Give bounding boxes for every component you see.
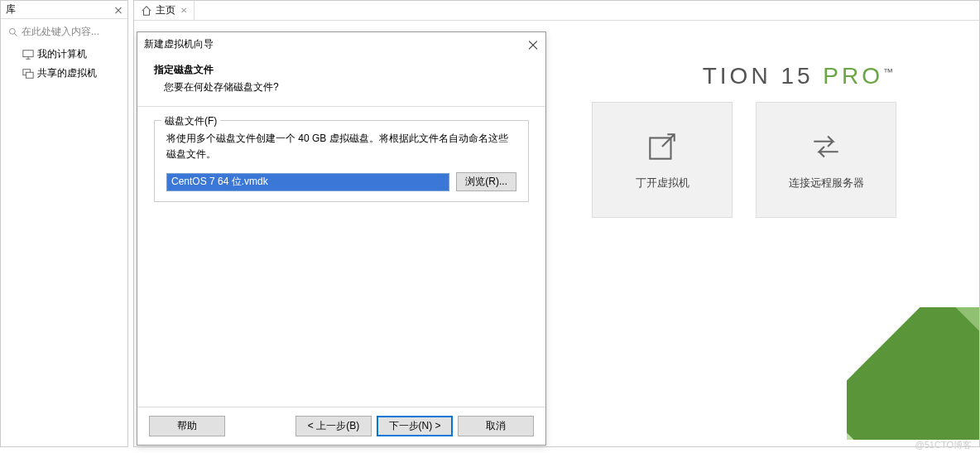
connect-icon (809, 129, 843, 164)
file-row: 浏览(R)... (166, 172, 516, 191)
tab-bar: 主页 ✕ (134, 1, 979, 21)
open-icon (645, 129, 680, 164)
fieldset-description: 将使用多个磁盘文件创建一个 40 GB 虚拟磁盘。将根据此文件名自动命名这些磁盘… (166, 131, 516, 162)
search-icon (8, 27, 18, 37)
tile-connect-remote[interactable]: 连接远程服务器 (756, 102, 896, 218)
fieldset-legend: 磁盘文件(F) (161, 114, 220, 128)
tab-label: 主页 (156, 3, 175, 17)
new-vm-wizard-dialog: 新建虚拟机向导 指定磁盘文件 您要在何处存储磁盘文件? 磁盘文件(F) 将使用多… (137, 31, 546, 446)
watermark: @51CTO博客 (915, 439, 972, 451)
action-tiles: 丁开虚拟机 连接远程服务器 (592, 102, 896, 218)
brand-suffix: TION 15 (703, 63, 824, 89)
tile-label: 连接远程服务器 (789, 176, 864, 190)
dialog-footer: 帮助 < 上一步(B) 下一步(N) > 取消 (137, 407, 545, 445)
sidebar-panel: 库 在此处键入内容... 我的计算机 共享的虚拟机 (0, 0, 128, 447)
svg-rect-2 (23, 50, 33, 56)
brand-title: TION 15 PRO™ (703, 63, 896, 89)
tile-label: 丁开虚拟机 (636, 176, 689, 190)
svg-line-1 (15, 33, 17, 36)
next-button[interactable]: 下一步(N) > (377, 416, 453, 436)
svg-point-0 (10, 28, 16, 34)
monitor-icon (22, 49, 34, 60)
close-icon[interactable] (114, 6, 122, 14)
tile-open-vm[interactable]: 丁开虚拟机 (592, 102, 733, 218)
back-button[interactable]: < 上一步(B) (295, 416, 372, 436)
browse-button[interactable]: 浏览(R)... (456, 172, 516, 191)
search-input[interactable]: 在此处键入内容... (2, 21, 126, 43)
shared-icon (22, 68, 34, 80)
tree-item-label: 我的计算机 (37, 47, 87, 61)
dialog-header: 指定磁盘文件 您要在何处存储磁盘文件? (137, 56, 545, 107)
tab-home[interactable]: 主页 ✕ (134, 1, 195, 20)
brand-pro: PRO (823, 63, 883, 89)
sidebar-item-my-computer[interactable]: 我的计算机 (1, 45, 127, 64)
cancel-button[interactable]: 取消 (458, 416, 534, 436)
sidebar-item-shared-vm[interactable]: 共享的虚拟机 (1, 64, 127, 83)
close-icon[interactable] (527, 39, 539, 51)
corner-decoration (847, 307, 979, 440)
home-icon (141, 5, 152, 17)
sidebar-header: 库 (1, 1, 127, 19)
disk-file-fieldset: 磁盘文件(F) 将使用多个磁盘文件创建一个 40 GB 虚拟磁盘。将根据此文件名… (154, 120, 529, 202)
sidebar-title: 库 (6, 2, 16, 17)
help-button[interactable]: 帮助 (149, 416, 225, 436)
dialog-title: 新建虚拟机向导 (144, 37, 214, 51)
close-icon[interactable]: ✕ (180, 6, 187, 15)
search-placeholder: 在此处键入内容... (22, 25, 99, 39)
dialog-heading: 指定磁盘文件 (154, 63, 529, 77)
svg-rect-6 (26, 72, 33, 78)
dialog-titlebar[interactable]: 新建虚拟机向导 (137, 32, 545, 56)
dialog-body: 磁盘文件(F) 将使用多个磁盘文件创建一个 40 GB 虚拟磁盘。将根据此文件名… (137, 107, 545, 215)
disk-file-input[interactable] (166, 173, 449, 191)
trademark-icon: ™ (883, 66, 896, 78)
dialog-subheading: 您要在何处存储磁盘文件? (164, 80, 529, 94)
tree-item-label: 共享的虚拟机 (37, 66, 97, 80)
